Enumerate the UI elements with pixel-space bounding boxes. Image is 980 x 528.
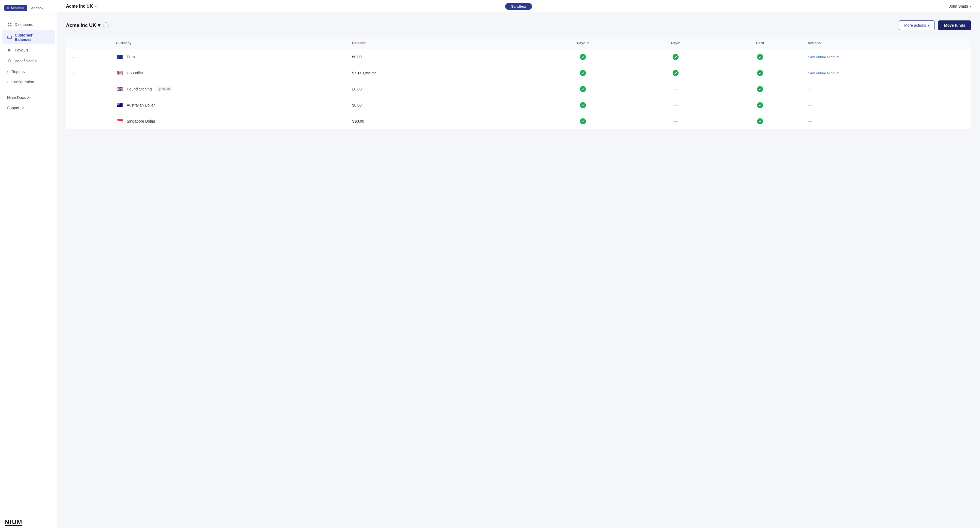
card-check-icon	[757, 54, 763, 60]
sidebar-item-customer-balances[interactable]: Customer Balances	[2, 30, 55, 45]
col-header-card: Card	[718, 37, 802, 49]
flag-icon: 🇺🇸	[116, 70, 124, 76]
balance-cell: $7,149,859.56	[347, 65, 532, 81]
topbar-user[interactable]: John Smith ▾	[949, 4, 971, 8]
topbar-entity-name: Acme Inc UK	[66, 4, 93, 9]
currency-cell: 🇪🇺Euro	[116, 54, 341, 60]
card-check-icon	[757, 70, 763, 76]
flag-icon: 🇸🇬	[116, 119, 124, 124]
actions-cell: —	[802, 113, 971, 129]
page-header-right: More actions ▾ Move funds	[899, 21, 971, 30]
sidebar-item-label-dashboard: Dashboard	[15, 22, 33, 27]
sidebar-item-label-support: Support ↗	[7, 106, 25, 110]
topbar-entity-chevron: ▾	[95, 5, 97, 8]
sidebar-item-label-beneficiaries: Beneficiaries	[15, 59, 37, 63]
grid-icon	[7, 22, 12, 27]
sidebar-item-label-customer-balances: Customer Balances	[15, 33, 50, 42]
payout-cell	[532, 81, 634, 97]
svg-rect-6	[8, 38, 9, 38]
payout-check-icon	[580, 102, 586, 108]
chevron-right-icon-config: ›	[7, 80, 8, 84]
sidebar-item-dashboard[interactable]: Dashboard	[2, 19, 55, 30]
card-cell	[718, 65, 802, 81]
currency-name: Pound Sterling	[127, 87, 152, 91]
currency-cell: 🇸🇬Singapore Dollar	[116, 119, 341, 124]
balance-cell: S$0.00	[347, 113, 532, 129]
sandbox-dot	[7, 7, 9, 9]
sidebar-item-reports[interactable]: › Reports	[2, 67, 55, 76]
sidebar-top: Sandbox Sandbox	[0, 0, 57, 14]
page-title: Acme Inc UK	[66, 22, 96, 28]
svg-rect-0	[8, 22, 9, 24]
topbar-user-chevron: ▾	[970, 5, 971, 8]
page-header-left: Acme Inc UK ▾ i	[66, 22, 109, 28]
actions-cell: —	[802, 81, 971, 97]
col-header-payout: Payout	[532, 37, 634, 49]
svg-rect-3	[10, 25, 11, 26]
sidebar-item-label-reports: Reports	[11, 70, 25, 74]
sidebar-item-label-configuration: Configuration	[11, 80, 34, 84]
payin-dash-icon: —	[673, 103, 678, 107]
payin-check-icon	[673, 70, 679, 76]
sidebar-item-configuration[interactable]: › Configuration	[2, 77, 55, 87]
page-entity-selector[interactable]: Acme Inc UK ▾	[66, 22, 100, 28]
payout-check-icon	[580, 70, 586, 76]
currency-name: Euro	[127, 55, 135, 59]
move-funds-button[interactable]: Move funds	[938, 21, 971, 30]
currency-cell: 🇺🇸US Dollar	[116, 70, 341, 76]
page-entity-chevron: ▾	[98, 22, 100, 28]
sidebar-item-nium-docs[interactable]: Nium Docs ↗	[2, 93, 55, 102]
col-header-currency: Currency	[110, 37, 347, 49]
sidebar-item-payouts[interactable]: Payouts	[2, 45, 55, 55]
actions-cell[interactable]: New Virtual Account	[802, 65, 971, 81]
topbar-entity[interactable]: Acme Inc UK ▾	[66, 4, 97, 9]
new-virtual-account-link[interactable]: New Virtual Account	[808, 71, 839, 75]
sidebar-item-support[interactable]: Support ↗	[2, 103, 55, 113]
table-row: ›🇪🇺Euro€0.00New Virtual Account	[66, 49, 971, 65]
actions-cell[interactable]: New Virtual Account	[802, 49, 971, 65]
currency-name: Australian Dollar	[127, 103, 155, 107]
payout-cell	[532, 65, 634, 81]
more-actions-button[interactable]: More actions ▾	[899, 21, 935, 30]
sidebar-item-label-nium-docs: Nium Docs ↗	[7, 95, 30, 100]
expand-button[interactable]: ›	[72, 70, 75, 76]
flag-icon: 🇦🇺	[116, 102, 124, 108]
balances-table-card: Currency Balance Payout Payin Card Actio…	[66, 37, 971, 129]
more-actions-chevron: ▾	[928, 23, 929, 27]
table-row: 🇦🇺Australian Dollar$0.00——	[66, 97, 971, 113]
payin-cell: —	[634, 113, 718, 129]
sandbox-badge[interactable]: Sandbox	[4, 5, 27, 11]
currency-cell: 🇦🇺Australian Dollar	[116, 102, 341, 108]
payin-cell: —	[634, 97, 718, 113]
expand-button[interactable]: ›	[72, 54, 75, 60]
payin-cell: —	[634, 81, 718, 97]
page-header: Acme Inc UK ▾ i More actions ▾ Move fund…	[66, 21, 971, 30]
balance-cell: $0.00	[347, 97, 532, 113]
table-header-row: Currency Balance Payout Payin Card Actio…	[66, 37, 971, 49]
svg-point-7	[9, 59, 10, 61]
card-icon	[7, 35, 12, 40]
balance-cell: £0.00	[347, 81, 532, 97]
info-icon[interactable]: i	[103, 22, 109, 28]
action-dash: —	[808, 87, 812, 91]
sidebar-nav: Dashboard Customer Balances Payouts	[0, 14, 57, 514]
payin-dash-icon: —	[673, 119, 678, 123]
sandbox-plain-label: Sandbox	[29, 6, 43, 10]
flag-icon: 🇬🇧	[116, 86, 124, 92]
payin-cell	[634, 49, 718, 65]
move-funds-label: Move funds	[944, 23, 965, 27]
col-header-payin: Payin	[634, 37, 718, 49]
currency-cell: 🇬🇧Pound Sterling(default)	[116, 86, 341, 92]
action-dash: —	[808, 103, 812, 107]
card-cell	[718, 97, 802, 113]
send-icon	[7, 48, 12, 52]
page-content: Acme Inc UK ▾ i More actions ▾ Move fund…	[57, 13, 980, 528]
sidebar-item-beneficiaries[interactable]: Beneficiaries	[2, 56, 55, 66]
col-header-balance: Balance	[347, 37, 532, 49]
more-actions-label: More actions	[904, 23, 926, 27]
new-virtual-account-link[interactable]: New Virtual Account	[808, 55, 839, 59]
payout-check-icon	[580, 118, 586, 124]
topbar-center: Sandbox	[505, 4, 532, 9]
payin-check-icon	[673, 54, 679, 60]
table-row: ›🇺🇸US Dollar$7,149,859.56New Virtual Acc…	[66, 65, 971, 81]
